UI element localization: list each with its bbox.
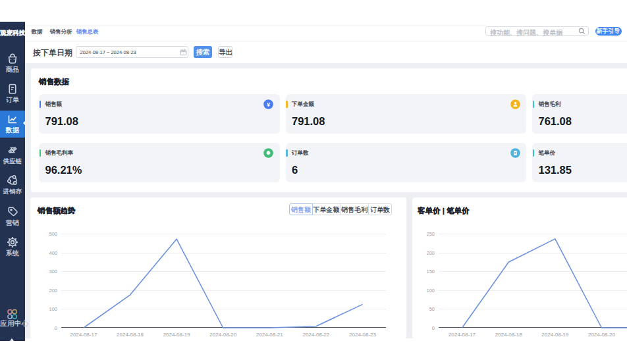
svg-text:¥: ¥ [267,101,271,108]
